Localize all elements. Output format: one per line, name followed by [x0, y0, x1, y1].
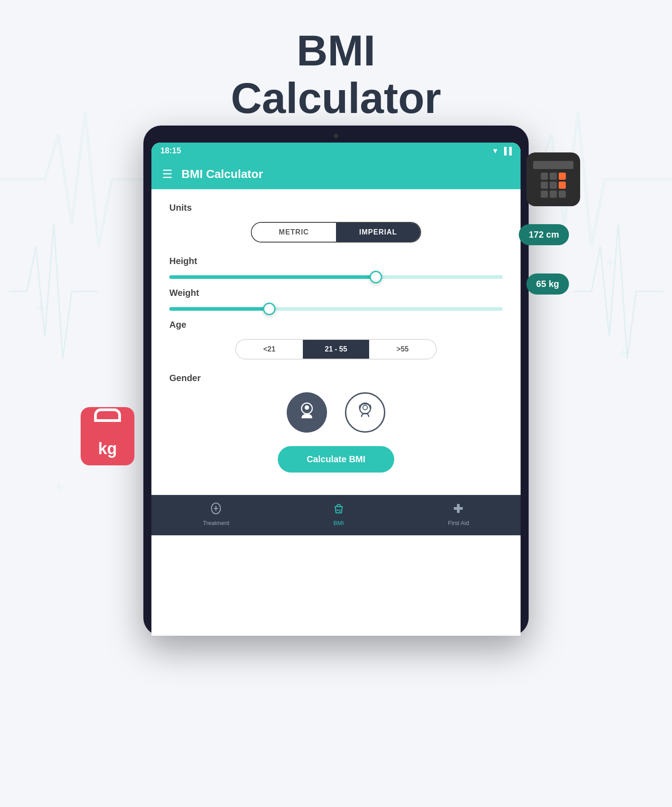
age-section: Age <21 21 - 55 >55 [169, 320, 503, 360]
weight-slider-fill [169, 307, 269, 311]
unit-toggle[interactable]: METRIC IMPERIAL [251, 222, 421, 243]
male-svg [296, 401, 318, 424]
treatment-icon [210, 502, 222, 517]
height-slider-thumb[interactable] [370, 271, 382, 283]
heartbeat-decoration-left [9, 157, 99, 426]
page-title-line2: Calculator [0, 74, 672, 122]
nav-item-bmi[interactable]: kg BMI [332, 502, 345, 526]
tablet-screen: 18:15 ▼ ▐▐ ☰ BMI Calculator Units METRIC [151, 143, 521, 636]
weight-slider-container[interactable] [169, 307, 503, 311]
tablet-wrapper: 172 cm 65 kg kg 18:15 ▼ ▐▐ ☰ BMI Calcula… [143, 126, 529, 636]
wifi-icon: ▼ [491, 147, 499, 155]
bmi-nav-label: BMI [333, 520, 344, 526]
calc-btn-1 [541, 173, 548, 180]
calc-btn-4 [550, 182, 557, 189]
svg-text:kg: kg [336, 508, 340, 512]
firstaid-icon [452, 502, 465, 517]
calculate-bmi-button[interactable]: Calculate BMI [278, 446, 394, 473]
height-slider-container[interactable] [169, 275, 503, 279]
unit-metric[interactable]: METRIC [252, 223, 336, 242]
age-label: Age [169, 320, 503, 330]
nav-item-treatment[interactable]: Treatment [203, 502, 229, 526]
nav-item-firstaid[interactable]: First Aid [448, 502, 469, 526]
svg-point-5 [305, 405, 309, 410]
height-label: Height [169, 256, 503, 266]
female-svg [354, 401, 376, 424]
tablet-camera [334, 134, 338, 138]
firstaid-nav-icon [452, 502, 465, 515]
svg-point-7 [363, 405, 367, 410]
calc-display [533, 161, 573, 169]
height-badge: 172 cm [519, 224, 569, 245]
calc-btn-orange-1 [559, 173, 566, 180]
weight-track-bg [169, 307, 503, 311]
calc-btn-5 [541, 191, 548, 198]
bottom-nav: Treatment kg BMI [151, 495, 521, 535]
units-label: Units [169, 203, 503, 213]
calc-btn-3 [541, 182, 548, 189]
menu-icon[interactable]: ☰ [162, 167, 172, 181]
gender-section: Gender [169, 373, 503, 433]
heartbeat-decoration-right [573, 157, 663, 426]
height-track-bg [169, 275, 503, 279]
bmi-icon: kg [332, 502, 345, 517]
status-bar: 18:15 ▼ ▐▐ [151, 143, 521, 159]
kg-sticker-text: kg [98, 439, 117, 458]
calc-buttons [541, 173, 566, 198]
app-bar-title: BMI Calculator [181, 167, 263, 181]
weight-badge: 65 kg [526, 273, 569, 295]
age-old[interactable]: >55 [369, 340, 436, 359]
units-section: Units METRIC IMPERIAL [169, 203, 503, 243]
height-slider-fill [169, 275, 376, 279]
weight-slider-thumb[interactable] [263, 303, 276, 315]
kg-sticker: kg [81, 407, 134, 465]
weight-section: Weight [169, 288, 503, 311]
age-young[interactable]: <21 [236, 340, 303, 359]
status-icons: ▼ ▐▐ [491, 147, 512, 155]
page-title-area: BMI Calculator [0, 27, 672, 121]
svg-rect-13 [454, 507, 463, 510]
calculator-sticker [526, 152, 580, 206]
page-title-line1: BMI [0, 27, 672, 74]
age-middle[interactable]: 21 - 55 [303, 340, 370, 359]
gender-female-icon[interactable] [345, 392, 385, 433]
gender-row [169, 392, 503, 433]
calc-btn-2 [550, 173, 557, 180]
calc-btn-6 [550, 191, 557, 198]
gender-male-icon[interactable] [287, 392, 327, 433]
calc-btn-7 [559, 191, 566, 198]
app-bar: ☰ BMI Calculator [151, 159, 521, 189]
svg-text:+: + [54, 477, 64, 497]
bmi-nav-icon: kg [332, 502, 345, 515]
age-selector[interactable]: <21 21 - 55 >55 [235, 339, 437, 360]
calc-btn-orange-2 [559, 182, 566, 189]
gender-label: Gender [169, 373, 503, 383]
treatment-nav-icon [210, 502, 222, 515]
treatment-nav-label: Treatment [203, 520, 229, 526]
unit-imperial[interactable]: IMPERIAL [336, 223, 420, 242]
status-time: 18:15 [160, 146, 181, 156]
tablet-frame: 172 cm 65 kg kg 18:15 ▼ ▐▐ ☰ BMI Calcula… [143, 126, 529, 636]
height-section: Height [169, 256, 503, 279]
kg-sticker-handle [96, 411, 119, 420]
content-area: Units METRIC IMPERIAL Height [151, 189, 521, 495]
signal-icon: ▐▐ [501, 147, 512, 155]
firstaid-nav-label: First Aid [448, 520, 469, 526]
weight-label: Weight [169, 288, 503, 298]
